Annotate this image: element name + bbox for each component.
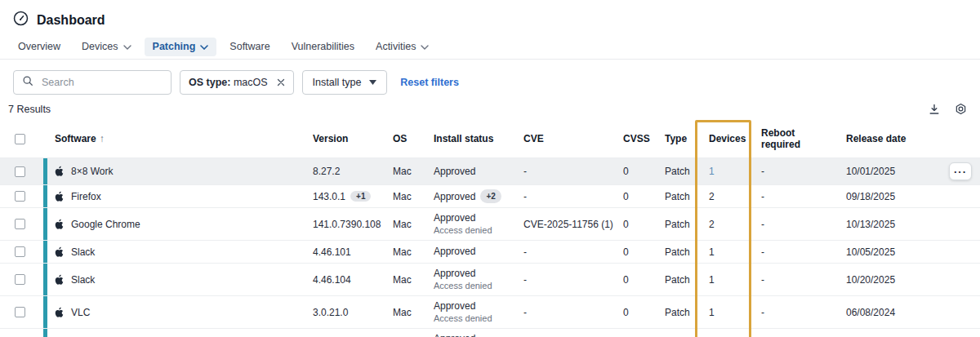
table-row[interactable]: Firefox143.0.1+1MacApproved+2-0Patch2-09… xyxy=(0,185,980,208)
install-status-cell: Approved+2 xyxy=(434,185,523,208)
row-checkbox[interactable] xyxy=(15,246,25,257)
release-date-cell: 10/13/2025 xyxy=(838,208,933,241)
col-header-release-date[interactable]: Release date xyxy=(838,120,933,158)
col-header-type[interactable]: Type xyxy=(665,120,701,158)
tab-activities[interactable]: Activities xyxy=(368,38,437,56)
col-header-reboot-required[interactable]: Reboot required xyxy=(750,120,838,158)
chevron-down-icon xyxy=(421,45,429,50)
row-checkbox[interactable] xyxy=(15,166,25,177)
search-box[interactable] xyxy=(13,70,172,95)
cve-value: - xyxy=(523,191,527,202)
reset-filters-link[interactable]: Reset filters xyxy=(400,77,459,88)
cve-cell: - xyxy=(523,296,623,329)
tab-vulnerabilities[interactable]: Vulnerabilities xyxy=(283,38,363,56)
cvss-cell: 0 xyxy=(623,185,665,208)
os-value: Mac xyxy=(393,166,412,177)
software-cell: VNC Viewer xyxy=(37,329,313,337)
row-checkbox[interactable] xyxy=(15,219,25,229)
software-cell: Google Chrome xyxy=(37,208,313,241)
devices-count: 1 xyxy=(709,246,715,258)
version-value: 3.0.21.0 xyxy=(313,307,348,318)
cve-cell: CVE-2022-41975 (1) xyxy=(523,329,623,337)
cvss-value: 0 xyxy=(623,166,629,177)
results-count: 7 Results xyxy=(8,104,51,115)
apple-icon xyxy=(55,307,64,317)
filter-bar: OS type: macOS Install type Reset filter… xyxy=(0,60,980,96)
os-cell: Mac xyxy=(393,296,434,329)
col-header-os[interactable]: OS xyxy=(393,120,434,158)
type-cell: Patch xyxy=(665,158,701,185)
row-checkbox-cell xyxy=(0,185,37,208)
row-actions-cell xyxy=(933,208,980,241)
search-input[interactable] xyxy=(40,76,163,89)
col-header-cve[interactable]: CVE xyxy=(523,120,623,158)
software-name: Firefox xyxy=(71,191,101,202)
row-color-bar xyxy=(43,241,47,263)
table-row[interactable]: Slack4.46.104MacApprovedAccess denied-0P… xyxy=(0,264,980,296)
version-value: 4.46.104 xyxy=(313,274,351,286)
patching-table-wrap: Software↑ Version OS Install status CVE … xyxy=(0,120,980,337)
type-value: Patch xyxy=(665,274,690,286)
row-actions-cell: ··· xyxy=(933,158,980,185)
devices-count: 1 xyxy=(709,274,715,286)
row-actions-button[interactable]: ··· xyxy=(949,162,972,180)
install-status-value: Approved xyxy=(434,300,475,312)
close-icon[interactable] xyxy=(277,78,285,86)
reboot-required-value: - xyxy=(761,307,764,318)
col-header-install-status[interactable]: Install status xyxy=(434,120,523,158)
table-row[interactable]: Google Chrome141.0.7390.108MacApprovedAc… xyxy=(0,208,980,241)
devices-cell: 1 xyxy=(701,158,750,185)
software-cell: Slack xyxy=(37,264,313,296)
download-icon[interactable] xyxy=(929,104,940,115)
cvss-value: 0 xyxy=(623,246,629,258)
col-header-cvss[interactable]: CVSS xyxy=(623,120,665,158)
row-checkbox[interactable] xyxy=(15,274,25,285)
version-value: 141.0.7390.108 xyxy=(313,219,381,230)
release-date-cell: 09/18/2025 xyxy=(838,185,933,208)
os-value: Mac xyxy=(393,274,412,286)
reboot-required-value: - xyxy=(761,246,764,258)
install-status-value: Approved xyxy=(434,246,475,257)
row-checkbox-cell xyxy=(0,264,37,296)
table-row[interactable]: Slack4.46.101MacApproved-0Patch1-10/05/2… xyxy=(0,241,980,264)
install-type-dropdown[interactable]: Install type xyxy=(302,70,388,95)
version-cell: 4.46.104 xyxy=(313,264,393,296)
tab-devices[interactable]: Devices xyxy=(74,38,139,56)
version-cell: 141.0.7390.108 xyxy=(313,208,393,241)
row-checkbox[interactable] xyxy=(15,191,25,202)
cve-cell: CVE-2025-11756 (1) xyxy=(523,208,623,241)
row-actions-cell xyxy=(933,264,980,296)
table-row[interactable]: 8×8 Work8.27.2MacApproved-0Patch1-10/01/… xyxy=(0,158,980,185)
gear-icon[interactable] xyxy=(955,103,967,115)
col-header-devices[interactable]: Devices xyxy=(701,120,750,158)
filter-chip-os-type[interactable]: OS type: macOS xyxy=(180,70,294,95)
table-row[interactable]: VNC Viewer7.15.0MacApprovedAccess denied… xyxy=(0,329,980,337)
reboot-required-cell: - xyxy=(750,329,838,337)
table-row[interactable]: VLC3.0.21.0MacApprovedAccess denied-0Pat… xyxy=(0,296,980,329)
install-status-cell: Approved xyxy=(434,241,523,264)
devices-count[interactable]: 1 xyxy=(709,166,715,177)
cvss-cell: 0 xyxy=(623,241,665,264)
select-all-checkbox[interactable] xyxy=(15,134,25,144)
results-bar: 7 Results xyxy=(0,96,980,117)
type-cell: Patch xyxy=(665,208,701,241)
row-color-bar xyxy=(43,264,47,295)
col-header-version[interactable]: Version xyxy=(313,120,393,158)
release-date-cell: 10/01/2025 xyxy=(838,158,933,185)
release-date-cell: 10/05/2025 xyxy=(838,241,933,264)
cvss-cell: 0 xyxy=(623,264,665,296)
col-header-software[interactable]: Software↑ xyxy=(37,120,313,158)
os-value: Mac xyxy=(393,219,412,230)
apple-icon xyxy=(55,274,64,285)
search-icon xyxy=(22,75,33,90)
os-cell: Mac xyxy=(393,185,434,208)
devices-count: 1 xyxy=(709,307,715,318)
tab-patching[interactable]: Patching xyxy=(145,38,217,56)
reboot-required-cell: - xyxy=(750,296,838,329)
row-checkbox[interactable] xyxy=(15,307,25,317)
install-status-cell: Approved xyxy=(434,158,523,185)
software-name: 8×8 Work xyxy=(71,166,113,177)
tab-software[interactable]: Software xyxy=(221,38,278,56)
install-substatus: Access denied xyxy=(434,313,519,324)
tab-overview[interactable]: Overview xyxy=(10,38,69,56)
